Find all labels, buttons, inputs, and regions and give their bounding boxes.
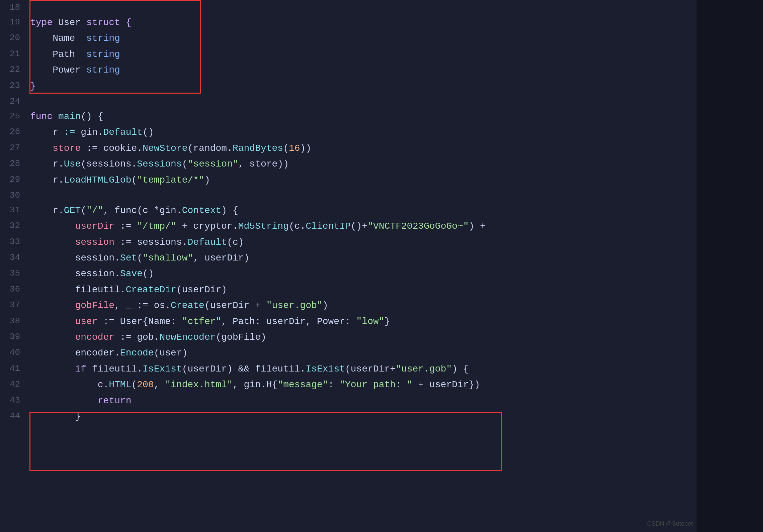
code-line: 41 if fileutil.IsExist(userDir) && fileu… bbox=[0, 361, 696, 377]
code-token: ) { bbox=[221, 205, 238, 216]
code-token: type bbox=[30, 17, 58, 28]
code-token: Md5String bbox=[238, 221, 289, 231]
code-line: 24 bbox=[0, 94, 696, 109]
code-token: , bbox=[154, 380, 165, 390]
code-token: store bbox=[53, 143, 81, 153]
code-token: . bbox=[300, 364, 306, 374]
code-line: 18 bbox=[0, 0, 696, 15]
line-number: 24 bbox=[0, 94, 30, 108]
code-token: := bbox=[114, 221, 137, 231]
code-token: := sessions bbox=[114, 237, 182, 247]
line-number: 27 bbox=[0, 140, 30, 154]
code-line: 22 Power string bbox=[0, 62, 696, 78]
code-container: 1819type User struct {20 Name string21 P… bbox=[0, 0, 763, 532]
code-token: gobFile bbox=[75, 300, 114, 311]
code-token: ) { bbox=[452, 364, 469, 374]
line-number: 25 bbox=[0, 109, 30, 123]
code-token: string bbox=[86, 49, 120, 60]
code-token: ( bbox=[131, 380, 137, 390]
code-token: . bbox=[300, 221, 306, 231]
code-token: userDir bbox=[75, 221, 114, 231]
line-number: 32 bbox=[0, 218, 30, 232]
code-token: "session" bbox=[188, 159, 238, 169]
line-number: 21 bbox=[0, 46, 30, 61]
code-token: session bbox=[75, 237, 114, 247]
code-token: if bbox=[75, 364, 86, 374]
code-token: user bbox=[75, 316, 97, 327]
line-number: 20 bbox=[0, 30, 30, 44]
code-token: Sessions bbox=[137, 159, 182, 169]
code-token: (random bbox=[188, 143, 227, 153]
line-number: 41 bbox=[0, 361, 30, 375]
line-content: encoder := gob.NewEncoder(gobFile) bbox=[30, 329, 696, 345]
code-token: Create bbox=[171, 300, 204, 311]
code-token: "message" bbox=[277, 380, 328, 390]
watermark: CSDN @Sutobet bbox=[647, 519, 693, 529]
line-number: 39 bbox=[0, 329, 30, 343]
code-token: ( bbox=[283, 143, 289, 153]
code-token: := cookie bbox=[81, 143, 137, 153]
code-token: (gobFile) bbox=[216, 332, 266, 342]
code-token: RandBytes bbox=[233, 143, 283, 153]
line-content: session := sessions.Default(c) bbox=[30, 234, 696, 250]
line-number: 36 bbox=[0, 282, 30, 296]
code-token: main bbox=[58, 111, 81, 122]
code-token: (c) bbox=[227, 237, 244, 247]
code-token: . bbox=[98, 127, 103, 137]
code-line: 43 return bbox=[0, 393, 696, 409]
code-token: . bbox=[165, 300, 171, 311]
code-line: 20 Name string bbox=[0, 30, 696, 46]
code-token: "shallow" bbox=[143, 253, 193, 263]
line-number: 35 bbox=[0, 266, 30, 280]
code-token: . bbox=[58, 175, 64, 185]
line-content: r.LoadHTMLGlob("template/*") bbox=[30, 172, 696, 188]
code-token: "template/*" bbox=[137, 175, 204, 185]
code-token: H{ bbox=[266, 380, 278, 390]
code-token: . bbox=[131, 159, 137, 169]
sidebar-content bbox=[696, 0, 763, 3]
code-token: , store)) bbox=[238, 159, 289, 169]
code-token: HTML bbox=[109, 380, 131, 390]
code-token bbox=[30, 300, 75, 311]
code-token: CreateDir bbox=[126, 285, 176, 295]
line-number: 23 bbox=[0, 78, 30, 92]
code-line: 39 encoder := gob.NewEncoder(gobFile) bbox=[0, 329, 696, 345]
code-token: () bbox=[143, 269, 154, 279]
code-token: ClientIP bbox=[306, 221, 350, 231]
code-token: , _ := os bbox=[114, 300, 165, 311]
code-token: , Path: userDir, Power: bbox=[221, 316, 356, 327]
code-token: Default bbox=[188, 237, 227, 247]
line-number: 40 bbox=[0, 345, 30, 359]
code-token: . bbox=[120, 285, 126, 295]
line-content: user := User{Name: "ctfer", Path: userDi… bbox=[30, 314, 696, 329]
code-token bbox=[30, 221, 75, 231]
code-line: 34 session.Set("shallow", userDir) bbox=[0, 250, 696, 266]
code-line: 38 user := User{Name: "ctfer", Path: use… bbox=[0, 314, 696, 329]
code-token: ( bbox=[137, 253, 143, 263]
code-token: "Your path: " bbox=[339, 380, 412, 390]
code-token: Name bbox=[30, 33, 86, 43]
code-token: User bbox=[58, 17, 86, 28]
code-token: () bbox=[143, 127, 154, 137]
code-line: 23} bbox=[0, 78, 696, 94]
line-content: session.Save() bbox=[30, 266, 696, 282]
code-token: fileutil bbox=[30, 285, 120, 295]
code-token: Default bbox=[103, 127, 143, 137]
line-content bbox=[30, 0, 696, 1]
code-token: Save bbox=[120, 269, 143, 279]
code-token: : bbox=[328, 380, 340, 390]
code-token: r bbox=[30, 175, 58, 185]
code-line: 25func main() { bbox=[0, 109, 696, 124]
code-token: (userDir) && fileutil bbox=[182, 364, 300, 374]
line-content: store := cookie.NewStore(random.RandByte… bbox=[30, 140, 696, 156]
main-code: 1819type User struct {20 Name string21 P… bbox=[0, 0, 696, 532]
code-line: 30 bbox=[0, 188, 696, 203]
code-token: (userDir+ bbox=[345, 364, 396, 374]
code-lines: 1819type User struct {20 Name string21 P… bbox=[0, 0, 696, 424]
line-number: 26 bbox=[0, 124, 30, 138]
code-line: 31 r.GET("/", func(c *gin.Context) { bbox=[0, 203, 696, 218]
code-token: Use bbox=[64, 159, 81, 169]
code-token: ) + bbox=[469, 221, 486, 231]
code-line: 28 r.Use(sessions.Sessions("session", st… bbox=[0, 156, 696, 172]
line-content: gobFile, _ := os.Create(userDir + "user.… bbox=[30, 298, 696, 313]
